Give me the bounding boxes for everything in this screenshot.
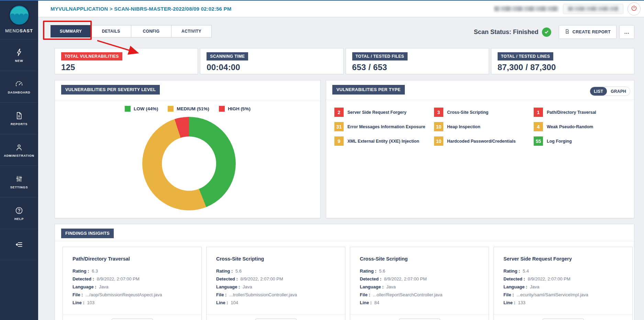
- field-value: Java: [99, 284, 108, 289]
- findings-cards: Path/Directory TraversalRating : 6.3Dete…: [63, 247, 633, 320]
- finding-action-button-cutoff[interactable]: [399, 319, 440, 320]
- sidebar-item-label: NEW: [15, 59, 23, 63]
- field-value: 8/9/2022, 2:07:00 PM: [384, 276, 426, 282]
- sidebar-item-administration[interactable]: ADMINISTRATION: [0, 134, 38, 166]
- more-actions-button[interactable]: ...: [619, 25, 634, 39]
- scan-tabs: SUMMARYDETAILSCONFIGACTIVITY: [51, 25, 212, 37]
- type-item[interactable]: 10Heap Inspection: [434, 122, 534, 131]
- finding-field-line: Line : 104: [216, 299, 335, 307]
- field-value: 5.6: [379, 268, 385, 274]
- logout-power-button[interactable]: [628, 2, 641, 15]
- field-colon: :: [91, 276, 96, 282]
- toggle-list[interactable]: LIST: [590, 87, 607, 96]
- field-label: Language: [216, 284, 237, 289]
- stat-card: TOTAL VULNERABILITIES125: [55, 48, 198, 74]
- sidebar-item-help[interactable]: HELP: [0, 198, 38, 229]
- type-count-badge: 4: [534, 122, 543, 131]
- finding-field-detected: Detected : 8/9/2022, 2:07:00 PM: [503, 275, 623, 283]
- type-item[interactable]: 1Path/Directory Traversal: [534, 108, 633, 117]
- finding-field-language: Language : Java: [216, 283, 335, 291]
- severity-panel: VULNERABILITIES PER SEVERITY LEVEL LOW (…: [55, 80, 321, 218]
- type-count-badge: 1: [534, 108, 543, 117]
- create-report-button[interactable]: CREATE REPORT: [559, 25, 617, 39]
- legend-swatch: [168, 106, 174, 112]
- collapse-menu-icon: [15, 240, 23, 249]
- field-value: Java: [530, 284, 539, 289]
- field-colon: :: [367, 292, 371, 297]
- stat-value: 653 / 653: [352, 63, 489, 72]
- sidebar-nav: NEWDASHBOARDREPORTSADMINISTRATIONSETTING…: [0, 40, 38, 260]
- type-item[interactable]: 10Hardcoded Password/Credentials: [434, 136, 534, 146]
- field-colon: :: [369, 300, 373, 305]
- sidebar-item-dashboard[interactable]: DASHBOARD: [0, 71, 38, 103]
- sidebar-item-settings[interactable]: SETTINGS: [0, 166, 38, 198]
- field-colon: :: [82, 300, 86, 305]
- scan-status-text: Scan Status: Finished: [474, 29, 538, 36]
- stat-card: TOTAL / TESTED FILES653 / 653: [346, 48, 489, 74]
- type-count-badge: 10: [434, 122, 443, 131]
- report-file-icon: [565, 29, 570, 35]
- finding-field-detected: Detected : 8/9/2022, 2:07:00 PM: [73, 275, 192, 283]
- stat-value: 00:04:00: [207, 63, 343, 72]
- finding-action-button-cutoff[interactable]: [112, 319, 153, 320]
- mend-logo-icon: [9, 4, 30, 26]
- field-label: File: [73, 292, 80, 297]
- sidebar-item-label: SETTINGS: [10, 186, 28, 189]
- type-item[interactable]: 2Server Side Request Forgery: [334, 108, 434, 117]
- field-label: Line: [73, 300, 82, 305]
- sidebar-item-new[interactable]: NEW: [0, 40, 38, 71]
- breadcrumb[interactable]: MYVULNAPPLICATION > SCAN-NIBRS-MASTER-20…: [51, 6, 231, 12]
- sidebar-item-reports[interactable]: REPORTS: [0, 103, 38, 134]
- legend-label: MEDIUM (51%): [177, 106, 209, 111]
- divider: [55, 241, 634, 241]
- type-count-badge: 9: [334, 136, 344, 146]
- types-panel-title: VULNERABILITIES PER TYPE: [332, 85, 405, 95]
- finding-card[interactable]: Cross-Site ScriptingRating : 5.6Detected…: [206, 247, 345, 320]
- legend-label: HIGH (5%): [228, 106, 251, 111]
- severity-panel-title: VULNERABILITIES PER SEVERITY LEVEL: [61, 85, 160, 95]
- sidebar: MENDSAST NEWDASHBOARDREPORTSADMINISTRATI…: [0, 1, 38, 320]
- brand-logo[interactable]: MENDSAST: [0, 1, 38, 40]
- document-icon: [15, 111, 23, 120]
- finding-field-language: Language : Java: [503, 283, 623, 291]
- field-colon: :: [524, 284, 529, 289]
- finding-action-button-cutoff[interactable]: [543, 319, 584, 320]
- toggle-graph[interactable]: GRAPH: [607, 87, 630, 96]
- finding-card[interactable]: Path/Directory TraversalRating : 6.3Dete…: [63, 247, 202, 320]
- field-colon: :: [513, 300, 517, 305]
- field-label: Language: [73, 284, 93, 289]
- field-label: Detected: [503, 276, 522, 282]
- person-icon: [15, 143, 23, 152]
- field-label: Rating: [360, 268, 374, 274]
- window-accent-line: [0, 0, 644, 1]
- finding-card[interactable]: Cross-Site ScriptingRating : 5.6Detected…: [350, 247, 489, 320]
- lightning-icon: [15, 48, 23, 57]
- tab-details[interactable]: DETAILS: [91, 25, 131, 37]
- type-item[interactable]: 3Cross-Site Scripting: [434, 108, 534, 117]
- stat-value: 87,300 / 87,300: [498, 63, 634, 72]
- brand-name: MENDSAST: [5, 28, 33, 33]
- field-label: Rating: [73, 268, 86, 274]
- severity-donut-chart[interactable]: [142, 117, 236, 210]
- finding-field-rating: Rating : 5.4: [503, 267, 623, 275]
- type-item[interactable]: 31Error Messages Information Exposure: [334, 122, 434, 131]
- severity-legend: LOW (44%)MEDIUM (51%)HIGH (5%): [55, 106, 320, 112]
- type-label: Hardcoded Password/Credentials: [447, 139, 515, 144]
- type-count-badge: 31: [334, 122, 344, 131]
- redacted-user-select[interactable]: [563, 4, 623, 14]
- type-item[interactable]: 9XML External Entity (XXE) Injection: [334, 136, 434, 146]
- field-value: 5.6: [235, 268, 242, 274]
- finding-action-button-cutoff[interactable]: [255, 319, 297, 320]
- finding-card[interactable]: Server Side Request ForgeryRating : 5.4D…: [493, 247, 633, 320]
- field-colon: :: [235, 276, 239, 282]
- tab-activity[interactable]: ACTIVITY: [171, 25, 212, 37]
- tab-summary[interactable]: SUMMARY: [51, 25, 91, 37]
- type-count-badge: 55: [534, 136, 543, 146]
- sidebar-item-collapse[interactable]: [0, 229, 38, 260]
- finding-field-file: File : ...ecurity/saml/SamlServiceImpl.j…: [503, 291, 623, 299]
- tab-config[interactable]: CONFIG: [131, 25, 171, 37]
- field-label: Language: [503, 284, 524, 289]
- type-item[interactable]: 4Weak Pseudo-Random: [534, 122, 633, 131]
- user-area: [494, 2, 641, 15]
- type-item[interactable]: 55Log Forging: [534, 136, 633, 146]
